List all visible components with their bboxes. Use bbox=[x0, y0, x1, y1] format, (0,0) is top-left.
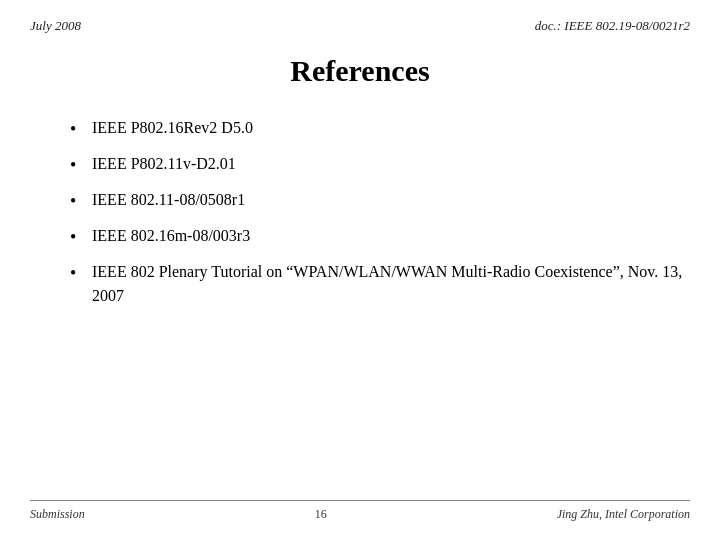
header-date: July 2008 bbox=[30, 18, 81, 34]
bullet-text: IEEE 802.16m-08/003r3 bbox=[92, 224, 690, 247]
title-section: References bbox=[30, 54, 690, 88]
header-doc-id: doc.: IEEE 802.19-08/0021r2 bbox=[535, 18, 690, 34]
footer-submission: Submission bbox=[30, 507, 85, 522]
bullet-dot: • bbox=[70, 224, 92, 250]
page: July 2008 doc.: IEEE 802.19-08/0021r2 Re… bbox=[0, 0, 720, 540]
bullet-text: IEEE P802.16Rev2 D5.0 bbox=[92, 116, 690, 139]
bullet-text: IEEE P802.11v-D2.01 bbox=[92, 152, 690, 175]
bullet-dot: • bbox=[70, 116, 92, 142]
list-item: •IEEE P802.16Rev2 D5.0 bbox=[70, 116, 690, 142]
page-title: References bbox=[290, 54, 429, 87]
content: •IEEE P802.16Rev2 D5.0•IEEE P802.11v-D2.… bbox=[30, 116, 690, 500]
footer: Submission 16 Jing Zhu, Intel Corporatio… bbox=[30, 500, 690, 522]
bullet-dot: • bbox=[70, 152, 92, 178]
list-item: •IEEE 802.16m-08/003r3 bbox=[70, 224, 690, 250]
bullet-dot: • bbox=[70, 260, 92, 286]
footer-author: Jing Zhu, Intel Corporation bbox=[557, 507, 690, 522]
list-item: •IEEE 802.11-08/0508r1 bbox=[70, 188, 690, 214]
bullet-dot: • bbox=[70, 188, 92, 214]
bullet-text: IEEE 802.11-08/0508r1 bbox=[92, 188, 690, 211]
bullet-text: IEEE 802 Plenary Tutorial on “WPAN/WLAN/… bbox=[92, 260, 690, 306]
references-list: •IEEE P802.16Rev2 D5.0•IEEE P802.11v-D2.… bbox=[70, 116, 690, 307]
list-item: •IEEE P802.11v-D2.01 bbox=[70, 152, 690, 178]
header: July 2008 doc.: IEEE 802.19-08/0021r2 bbox=[30, 18, 690, 34]
footer-page-number: 16 bbox=[315, 507, 327, 522]
list-item: •IEEE 802 Plenary Tutorial on “WPAN/WLAN… bbox=[70, 260, 690, 306]
